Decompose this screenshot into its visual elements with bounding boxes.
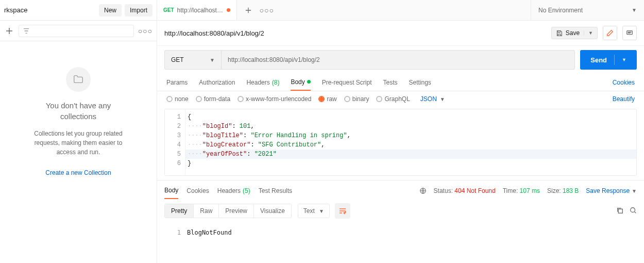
body-formdata[interactable]: form-data (196, 95, 230, 103)
response-tabs: Body Cookies Headers (5) Test Results (164, 183, 292, 199)
response-format-bar: Pretty Raw Preview Visualize Text ▼ (157, 199, 644, 223)
more-icon[interactable]: ○○○ (138, 27, 152, 35)
create-collection-link[interactable]: Create a new Collection (45, 169, 111, 176)
size: Size: 183 B (547, 187, 579, 194)
environment-label: No Environment (538, 7, 583, 14)
response-content: BlogNotFound (185, 225, 637, 240)
body-editor[interactable]: 123456 {····"blogId": 101,····"blogTitle… (164, 109, 637, 176)
add-icon[interactable] (4, 26, 14, 36)
empty-description: Collections let you group related reques… (27, 129, 130, 157)
svg-point-3 (631, 207, 635, 212)
fmt-visualize[interactable]: Visualize (254, 204, 291, 218)
body-raw[interactable]: raw (318, 95, 336, 103)
body-modified-indicator-icon (307, 80, 311, 84)
workspace-label[interactable]: rkspace (4, 6, 28, 14)
chevron-down-icon: ▼ (440, 96, 445, 102)
send-caret-icon[interactable]: ▼ (614, 55, 626, 65)
wrap-lines-icon[interactable] (335, 203, 350, 219)
method-url-box: GET ▼ http://localhost:8080/api/v1/blog/… (164, 50, 575, 70)
cookies-link[interactable]: Cookies (613, 79, 635, 86)
edit-icon[interactable] (603, 26, 617, 40)
sidebar-subbar: ○○○ (0, 21, 157, 41)
body-options: none form-data x-www-form-urlencoded raw… (157, 91, 644, 107)
method-select[interactable]: GET ▼ (165, 51, 222, 69)
tab-title: http://localhost:80... (177, 7, 224, 14)
fmt-pretty[interactable]: Pretty (165, 204, 194, 218)
empty-title-1: You don't have any (46, 101, 111, 110)
request-title[interactable]: http://localhost:8080/api/v1/blog/2 (164, 29, 264, 37)
save-button-label: Save (566, 29, 580, 37)
fmt-raw[interactable]: Raw (194, 204, 219, 218)
chevron-down-icon: ▼ (632, 188, 637, 194)
body-none[interactable]: none (166, 95, 189, 103)
request-tab[interactable]: GET http://localhost:80... (157, 0, 237, 20)
chevron-down-icon: ▼ (319, 208, 324, 214)
sidebar-empty-state: You don't have any collections Collectio… (0, 41, 157, 263)
body-binary[interactable]: binary (344, 95, 369, 103)
resp-tab-testresults[interactable]: Test Results (259, 183, 292, 199)
save-response-button[interactable]: Save Response ▼ (586, 187, 637, 194)
sidebar: rkspace New Import ○○○ You don't have an… (0, 0, 157, 263)
folder-icon (66, 67, 91, 92)
comment-icon[interactable] (622, 26, 637, 40)
body-xwww[interactable]: x-www-form-urlencoded (238, 95, 311, 103)
globe-icon[interactable] (419, 187, 427, 194)
svg-rect-0 (627, 31, 633, 35)
editor-gutter: 123456 (165, 109, 185, 175)
tab-method: GET (163, 7, 174, 13)
response-format-group: Pretty Raw Preview Visualize (164, 204, 292, 218)
tab-settings[interactable]: Settings (409, 74, 431, 91)
response-meta: Status: 404 Not Found Time: 107 ms Size:… (419, 187, 637, 194)
time: Time: 107 ms (503, 187, 540, 194)
resp-tab-headers[interactable]: Headers (5) (217, 183, 250, 199)
request-row: GET ▼ http://localhost:8080/api/v1/blog/… (157, 46, 644, 74)
main: GET http://localhost:80... ○○○ No Enviro… (157, 0, 644, 263)
send-button-label: Send (590, 56, 607, 64)
chevron-down-icon: ▼ (210, 57, 215, 63)
filter-input[interactable] (19, 25, 134, 37)
status: Status: 404 Not Found (434, 187, 496, 194)
tab-tests[interactable]: Tests (383, 74, 397, 91)
request-subtabs: Params Authorization Headers (8) Body Pr… (157, 74, 644, 91)
resp-tab-body[interactable]: Body (164, 183, 178, 199)
empty-title-2: collections (60, 112, 96, 121)
chevron-down-icon: ▼ (632, 7, 637, 13)
raw-format-select[interactable]: JSON ▼ (420, 95, 445, 103)
tabbar: GET http://localhost:80... ○○○ No Enviro… (157, 0, 644, 21)
save-button[interactable]: Save ▼ (551, 27, 598, 39)
save-caret-icon[interactable]: ▼ (584, 30, 593, 36)
editor-content[interactable]: {····"blogId": 101,····"blogTitle": "Err… (185, 109, 636, 175)
response-body[interactable]: 1 BlogNotFound (157, 223, 644, 240)
svg-rect-2 (618, 209, 622, 213)
environment-selector[interactable]: No Environment ▼ (531, 0, 644, 20)
unsaved-indicator-icon (227, 8, 230, 12)
send-button[interactable]: Send ▼ (580, 50, 637, 70)
beautify-button[interactable]: Beautify (613, 95, 635, 103)
url-input[interactable]: http://localhost:8080/api/v1/blog/2 (222, 56, 574, 63)
tab-prerequest[interactable]: Pre-request Script (322, 74, 372, 91)
method-label: GET (171, 56, 184, 63)
resp-tab-cookies[interactable]: Cookies (187, 183, 209, 199)
tab-actions: ○○○ (237, 5, 280, 15)
response-header: Body Cookies Headers (5) Test Results St… (157, 180, 644, 199)
response-type-select[interactable]: Text ▼ (298, 204, 330, 218)
request-title-bar: http://localhost:8080/api/v1/blog/2 Save… (157, 21, 644, 46)
sidebar-header: rkspace New Import (0, 0, 157, 21)
tab-params[interactable]: Params (166, 74, 188, 91)
copy-icon[interactable] (616, 207, 623, 216)
search-icon[interactable] (630, 207, 637, 216)
tab-headers[interactable]: Headers (8) (246, 74, 279, 91)
body-graphql[interactable]: GraphQL (376, 95, 410, 103)
tab-body[interactable]: Body (291, 74, 310, 91)
response-gutter: 1 (164, 225, 185, 240)
import-button[interactable]: Import (125, 4, 152, 17)
new-button[interactable]: New (99, 4, 122, 17)
tab-more-icon[interactable]: ○○○ (260, 6, 274, 14)
fmt-preview[interactable]: Preview (219, 204, 254, 218)
tab-authorization[interactable]: Authorization (199, 74, 235, 91)
new-tab-icon[interactable] (243, 5, 253, 15)
